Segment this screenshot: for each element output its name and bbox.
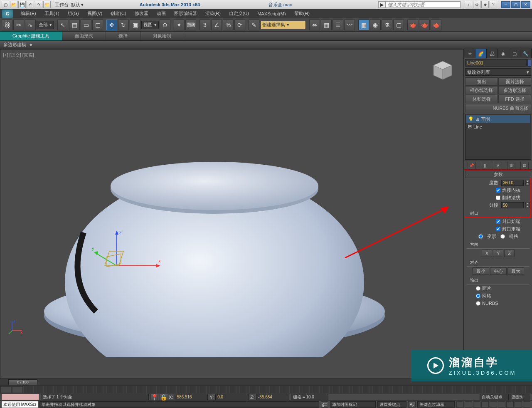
add-time-tag[interactable]: 添加时间标记 [330, 401, 376, 408]
goto-start-icon[interactable] [456, 401, 464, 408]
pin-stack-icon[interactable]: 📌 [468, 162, 476, 169]
mirror-icon[interactable]: ⇔ [309, 20, 320, 30]
weld-core-checkbox[interactable] [496, 188, 500, 193]
segments-spinner[interactable]: ▴▾ [525, 202, 530, 208]
align-center-button[interactable]: 中心 [490, 267, 507, 275]
y-coord-field[interactable]: 0.0 [215, 394, 249, 400]
bind-icon[interactable]: ∿ [25, 20, 36, 30]
scale-icon[interactable]: ▣ [130, 20, 140, 30]
cmd-tab-motion[interactable]: ◉ [498, 49, 509, 58]
unlink-icon[interactable]: ✂ [13, 20, 24, 30]
help-2[interactable]: ⚙ [473, 1, 480, 8]
move-icon[interactable]: ✥ [106, 20, 117, 30]
stack-item-line[interactable]: ⊞Line [466, 123, 530, 130]
mod-btn-nurbs[interactable]: NURBS 曲面选择 [465, 104, 531, 112]
cap-end-checkbox[interactable] [496, 227, 500, 231]
render-iter-icon[interactable]: 🫖 [419, 20, 430, 30]
qat-new[interactable]: ▢ [2, 1, 9, 8]
menu-animation[interactable]: 动画 [153, 10, 170, 17]
menu-rendering[interactable]: 渲染(R) [201, 10, 225, 17]
maximize-button[interactable]: ▢ [511, 1, 520, 8]
segments-field[interactable]: 50 [501, 202, 524, 208]
ribbon-tab-freeform[interactable]: 自由形式 [62, 32, 106, 40]
rollout-params-header[interactable]: -参数 [465, 171, 531, 178]
key-mode-icon[interactable]: ∿ [408, 401, 416, 408]
schematic-icon[interactable]: ▦ [358, 20, 369, 30]
config-mod-icon[interactable]: ▤ [520, 162, 529, 169]
nav-4-icon[interactable] [523, 401, 530, 408]
link-icon[interactable]: ⛓ [2, 20, 12, 30]
remove-mod-icon[interactable]: 🗑 [507, 162, 515, 169]
goto-end-icon[interactable] [490, 401, 497, 408]
material-editor-icon[interactable]: ◉ [370, 20, 381, 30]
grid-radio[interactable] [500, 234, 505, 239]
out-patch-radio[interactable] [476, 286, 480, 291]
help-1[interactable]: ♯ [465, 1, 472, 8]
lock-icon[interactable]: 📍 [150, 394, 158, 400]
rotate-icon[interactable]: ↻ [118, 20, 129, 30]
align-icon[interactable]: ▦ [321, 20, 332, 30]
manip-icon[interactable]: ✦ [174, 20, 185, 30]
select-name-icon[interactable]: ▤ [69, 20, 80, 30]
help-3[interactable]: ★ [481, 1, 489, 8]
render-setup-icon[interactable]: ⚗ [382, 20, 392, 30]
menu-customize[interactable]: 自定义(U) [225, 10, 253, 17]
menu-create[interactable]: 创建(C) [106, 10, 130, 17]
track-ruler[interactable] [23, 386, 532, 393]
cap-start-checkbox[interactable] [496, 219, 500, 224]
menu-graph[interactable]: 图形编辑器 [170, 10, 201, 17]
object-color-swatch[interactable] [527, 59, 531, 67]
degrees-field[interactable]: 360.0 [501, 180, 524, 186]
layers-icon[interactable]: ☰ [332, 20, 343, 30]
help-4[interactable]: ? [490, 1, 497, 8]
cmd-tab-modify[interactable]: 🌈 [475, 49, 487, 58]
snap-3-icon[interactable]: 3 [200, 20, 210, 30]
x-coord-field[interactable]: 586.516 [175, 394, 208, 400]
poly-model-bar[interactable]: 多边形建模▼ [0, 41, 532, 49]
select-icon[interactable]: ↖ [57, 20, 68, 30]
maxscript-mini-icon[interactable] [2, 394, 39, 400]
cmd-tab-hierarchy[interactable]: 品 [487, 49, 498, 58]
time-slider[interactable]: 0 / 100 [8, 379, 37, 385]
modifier-stack[interactable]: 💡⊞车削 ⊞Line [465, 114, 531, 160]
mod-btn-ffd[interactable]: FFD 选择 [498, 95, 531, 103]
qat-project[interactable]: 📁 [43, 1, 51, 8]
mod-btn-extrude[interactable]: 挤出 [465, 77, 498, 86]
axis-gizmo[interactable]: z x y [92, 228, 167, 295]
track-btn-1[interactable] [0, 386, 11, 393]
viewport-label[interactable]: [+] [正交] [真实] [3, 52, 34, 58]
align-max-button[interactable]: 最大 [507, 267, 524, 275]
cmd-tab-display[interactable]: ▢ [509, 49, 520, 58]
menu-maxscript[interactable]: MAXScript(M) [253, 11, 290, 16]
qat-open[interactable]: 📂 [10, 1, 17, 8]
cmd-tab-utilities[interactable]: 🔧 [520, 49, 532, 58]
track-bar[interactable] [0, 386, 532, 393]
menu-tools[interactable]: 工具(T) [40, 10, 64, 17]
align-min-button[interactable]: 最小 [473, 267, 489, 275]
curve-editor-icon[interactable]: 〰 [344, 20, 355, 30]
time-tag-icon[interactable]: 🏷 [321, 401, 328, 408]
play-icon[interactable] [473, 401, 480, 408]
nav-1-icon[interactable] [498, 401, 505, 408]
show-result-icon[interactable]: || [481, 162, 489, 169]
mod-btn-poly[interactable]: 多边形选择 [498, 86, 531, 94]
track-btn-2[interactable] [12, 386, 23, 393]
snap-spinner-icon[interactable]: ⟳ [234, 20, 245, 30]
flip-normals-checkbox[interactable] [496, 195, 500, 200]
auto-key-button[interactable]: 自动关键点 [480, 394, 509, 400]
menu-help[interactable]: 帮助(H) [290, 10, 314, 17]
object-name-field[interactable] [465, 59, 527, 67]
app-icon[interactable]: G [2, 9, 13, 18]
qat-undo[interactable]: ↶ [27, 1, 34, 8]
next-frame-icon[interactable] [481, 401, 489, 408]
degrees-spinner[interactable]: ▴▾ [525, 180, 530, 186]
morph-radio[interactable] [478, 234, 483, 239]
mod-btn-patch[interactable]: 面片选择 [498, 77, 531, 86]
render-frame-icon[interactable]: ▢ [393, 20, 404, 30]
z-coord-field[interactable]: -35.654 [256, 394, 289, 400]
search-input[interactable] [386, 1, 461, 8]
menu-group[interactable]: 组(G) [64, 10, 83, 17]
out-nurbs-radio[interactable] [476, 301, 480, 306]
selected-dropdown[interactable]: 选定对 [510, 394, 530, 400]
pivot-icon[interactable]: ⊙ [160, 20, 170, 30]
